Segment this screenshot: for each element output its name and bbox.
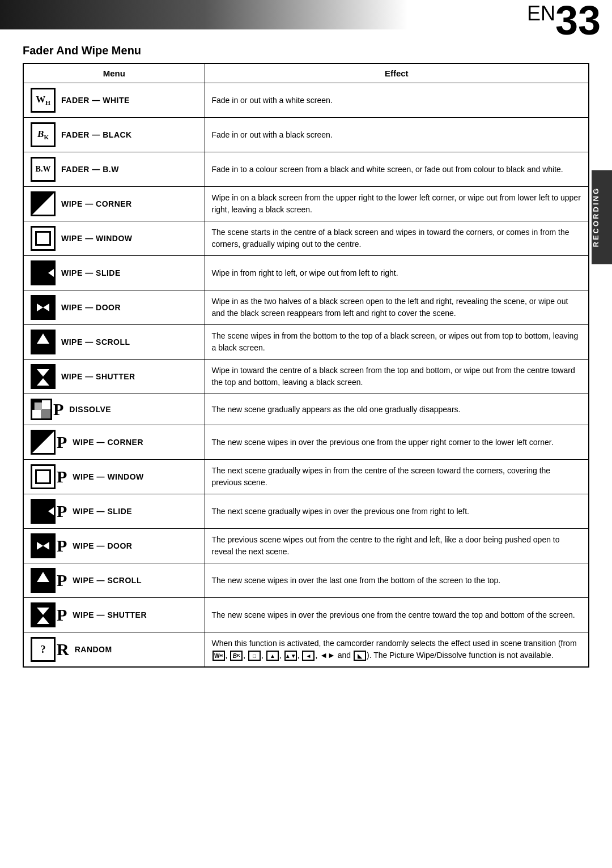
inline-window-icon: □ (248, 651, 261, 661)
p-dissolve-icon (31, 399, 52, 420)
fader-bw-label: FADER — B.W (61, 165, 119, 174)
inline-bk-icon: BK (230, 651, 243, 661)
menu-cell-fader-bw: B.W FADER — B.W (23, 152, 205, 187)
wipe-window-icon (31, 226, 56, 251)
menu-cell-wipe-scroll: WIPE — SCROLL (23, 325, 205, 360)
svg-rect-12 (41, 409, 50, 418)
p-scroll-p-label: P (57, 571, 67, 590)
svg-marker-14 (32, 431, 54, 453)
p-wipe-slide-effect: The next scene gradually wipes in over t… (205, 494, 589, 529)
menu-cell-random: ? R RANDOM (23, 632, 205, 668)
col-effect-header: Effect (205, 63, 589, 83)
p-window-p-label: P (57, 467, 67, 486)
table-row: P DISSOLVE The new scene gradually appea… (23, 394, 589, 425)
en-label: EN (527, 2, 555, 25)
table-row: P WIPE — SHUTTER The new scene wipes in … (23, 598, 589, 632)
table-row: P WIPE — CORNER The new scene wipes in o… (23, 425, 589, 460)
menu-cell-fader-black: BK FADER — BLACK (23, 118, 205, 152)
inline-corner-icon: ◣ (354, 651, 366, 661)
table-row: WIPE — CORNER Wipe in on a black screen … (23, 187, 589, 221)
fader-bw-effect: Fade in to a colour screen from a black … (205, 152, 589, 187)
p-dissolve-label: DISSOLVE (69, 405, 111, 414)
menu-cell-p-wipe-window: P WIPE — WINDOW (23, 460, 205, 494)
table-row: P WIPE — DOOR The previous scene wipes o… (23, 529, 589, 563)
menu-cell-p-dissolve: P DISSOLVE (23, 394, 205, 425)
fader-black-icon: BK (31, 122, 56, 147)
p-wipe-scroll-label: WIPE — SCROLL (73, 576, 142, 585)
and-text: ◄► (320, 651, 335, 660)
table-row: WH FADER — WHITE Fade in or out with a w… (23, 83, 589, 118)
table-row: WIPE — DOOR Wipe in as the two halves of… (23, 290, 589, 325)
p-slide-p-label: P (57, 502, 67, 521)
wipe-corner-label: WIPE — CORNER (61, 199, 132, 208)
wipe-window-effect: The scene starts in the centre of a blac… (205, 221, 589, 256)
col-menu-header: Menu (23, 63, 205, 83)
inline-shutter-icon: ▲▼ (284, 651, 297, 661)
p-wipe-shutter-effect: The new scene wipes in over the previous… (205, 598, 589, 632)
table-row: WIPE — SCROLL The scene wipes in from th… (23, 325, 589, 360)
header-gradient (0, 0, 408, 29)
wipe-slide-label: WIPE — SLIDE (61, 268, 121, 277)
menu-cell-wipe-door: WIPE — DOOR (23, 290, 205, 325)
svg-rect-13 (35, 403, 42, 410)
p-wipe-scroll-effect: The new scene wipes in over the last one… (205, 563, 589, 598)
p-shutter-p-label: P (57, 605, 67, 625)
random-icon: ? (31, 637, 56, 662)
wipe-slide-icon (31, 260, 56, 285)
menu-cell-wipe-window: WIPE — WINDOW (23, 221, 205, 256)
p-wipe-door-label: WIPE — DOOR (73, 541, 132, 550)
table-row: P WIPE — SCROLL The new scene wipes in o… (23, 563, 589, 598)
p-wipe-shutter-label: WIPE — SHUTTER (73, 610, 147, 619)
p-door-p-label: P (57, 536, 67, 555)
p-wipe-corner-icon (31, 430, 56, 455)
wipe-slide-effect: Wipe in from right to left, or wipe out … (205, 256, 589, 290)
p-wipe-slide-icon (31, 499, 56, 524)
inline-scroll-icon: ▲ (266, 651, 279, 661)
p-wipe-door-effect: The previous scene wipes out from the ce… (205, 529, 589, 563)
table-row: B.W FADER — B.W Fade in to a colour scre… (23, 152, 589, 187)
wipe-door-label: WIPE — DOOR (61, 303, 121, 312)
p-wipe-corner-label: WIPE — CORNER (73, 438, 143, 447)
random-r-label: R (57, 640, 69, 659)
menu-cell-wipe-corner: WIPE — CORNER (23, 187, 205, 221)
menu-cell-p-wipe-door: P WIPE — DOOR (23, 529, 205, 563)
wipe-scroll-icon (31, 330, 56, 354)
menu-cell-p-wipe-scroll: P WIPE — SCROLL (23, 563, 205, 598)
svg-marker-0 (32, 193, 54, 215)
p-dissolve-p-label: P (53, 400, 63, 419)
p-wipe-scroll-icon (31, 568, 56, 593)
p-wipe-corner-effect: The new scene wipes in over the previous… (205, 425, 589, 460)
menu-cell-wipe-shutter: WIPE — SHUTTER (23, 360, 205, 394)
fader-black-effect: Fade in or out with a black screen. (205, 118, 589, 152)
main-table: Menu Effect WH FADER — WHITE Fade in or … (23, 63, 589, 668)
menu-cell-wipe-slide: WIPE — SLIDE (23, 256, 205, 290)
wipe-shutter-label: WIPE — SHUTTER (61, 372, 135, 381)
p-dissolve-effect: The new scene gradually appears as the o… (205, 394, 589, 425)
table-row: WIPE — SHUTTER Wipe in toward the centre… (23, 360, 589, 394)
and-connector: and (338, 651, 351, 660)
p-wipe-window-effect: The next scene gradually wipes in from t… (205, 460, 589, 494)
random-effect: When this function is activated, the cam… (205, 632, 589, 668)
p-wipe-shutter-icon (31, 602, 56, 627)
random-label: RANDOM (75, 645, 112, 654)
fader-white-label: FADER — WHITE (61, 96, 130, 105)
page-number: EN33 (527, 0, 601, 41)
p-wipe-slide-label: WIPE — SLIDE (73, 507, 132, 516)
wipe-corner-icon (31, 191, 56, 216)
recording-sidebar: RECORDING (592, 170, 612, 264)
fader-white-effect: Fade in or out with a white screen. (205, 83, 589, 118)
wipe-window-label: WIPE — WINDOW (61, 234, 133, 243)
table-row: BK FADER — BLACK Fade in or out with a b… (23, 118, 589, 152)
page-title: Fader And Wipe Menu (0, 40, 612, 63)
table-row: WIPE — SLIDE Wipe in from right to left,… (23, 256, 589, 290)
p-wipe-window-label: WIPE — WINDOW (73, 472, 144, 481)
inline-slide-icon: ◄ (302, 651, 314, 661)
menu-cell-fader-white: WH FADER — WHITE (23, 83, 205, 118)
menu-cell-p-wipe-slide: P WIPE — SLIDE (23, 494, 205, 529)
wipe-door-icon (31, 295, 56, 320)
fader-bw-icon: B.W (31, 157, 56, 182)
table-row: WIPE — WINDOW The scene starts in the ce… (23, 221, 589, 256)
wipe-scroll-label: WIPE — SCROLL (61, 337, 130, 347)
menu-cell-p-wipe-shutter: P WIPE — SHUTTER (23, 598, 205, 632)
wipe-shutter-icon (31, 364, 56, 389)
